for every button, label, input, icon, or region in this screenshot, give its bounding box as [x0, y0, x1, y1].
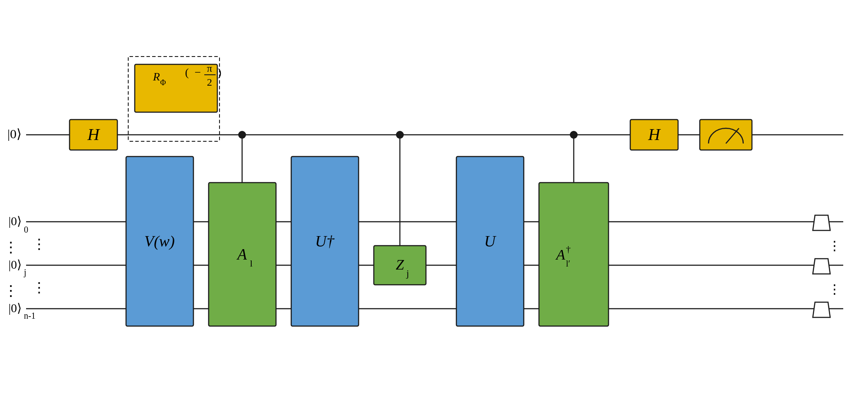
- R-phi-minus: −: [195, 66, 201, 79]
- control-dot-1: [238, 131, 246, 139]
- q0-subscript: 0: [24, 225, 28, 234]
- A-l-prime-subscript: l′: [566, 259, 570, 268]
- ancilla-label: |0⟩: [7, 127, 22, 141]
- R-phi-gate: [135, 64, 217, 112]
- measure-gate: [700, 120, 752, 150]
- U-label: U: [484, 233, 496, 250]
- R-phi-denom: 2: [207, 77, 212, 88]
- H-gate-1-label: H: [87, 125, 100, 143]
- R-phi-close-paren: ): [218, 66, 222, 79]
- circuit-diagram: |0⟩ |0⟩ 0 ⋮ |0⟩ j ⋮ |0⟩ n-1 H R Φ ( − π …: [0, 0, 868, 400]
- control-dot-3: [570, 131, 578, 139]
- control-dot-2: [396, 131, 404, 139]
- meter-qj: [813, 259, 830, 274]
- A-l-subscript: l: [250, 258, 253, 269]
- q0-label: |0⟩: [8, 214, 22, 228]
- output-dots-bottom: ⋮: [828, 282, 841, 296]
- qj-subscript: j: [23, 267, 27, 277]
- A-l-prime-gate: [539, 183, 609, 326]
- U-dag-label: U†: [315, 233, 335, 250]
- R-phi-sub: Φ: [160, 78, 166, 87]
- svg-marker-6: [813, 302, 830, 317]
- Z-j-subscript: j: [406, 268, 409, 279]
- meter-qn1: [813, 302, 830, 317]
- svg-marker-5: [813, 259, 830, 274]
- Z-j-label: Z: [396, 257, 405, 273]
- wire-dots-2: ⋮: [32, 280, 46, 295]
- A-l-prime-dag: †: [566, 243, 571, 254]
- dots-top: ⋮: [3, 239, 18, 255]
- qn1-subscript: n-1: [24, 311, 36, 320]
- R-phi-R: R: [153, 70, 160, 83]
- svg-marker-4: [813, 215, 830, 230]
- qn1-label: |0⟩: [8, 301, 22, 315]
- A-l-label: A: [236, 246, 247, 263]
- qj-label: |0⟩: [8, 258, 22, 271]
- output-dots-top: ⋮: [828, 238, 841, 253]
- A-l-prime-label: A: [555, 247, 565, 263]
- dots-bottom: ⋮: [3, 283, 18, 299]
- wire-dots-1: ⋮: [32, 236, 46, 252]
- R-phi-pi: π: [207, 63, 212, 74]
- V-w-label: V(w): [144, 233, 175, 250]
- meter-q0: [813, 215, 830, 230]
- H-gate-2-label: H: [648, 125, 661, 143]
- R-phi-open-paren: (: [185, 66, 189, 79]
